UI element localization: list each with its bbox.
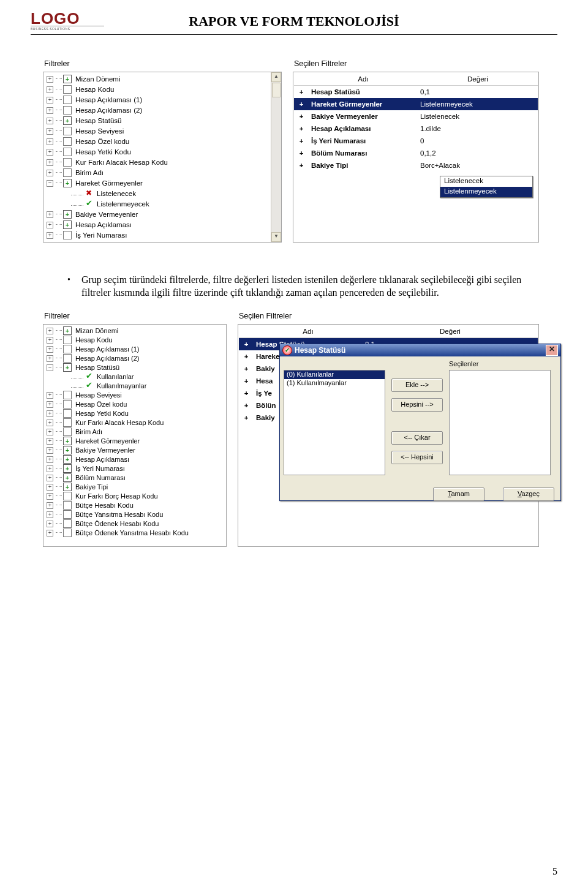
expand-icon[interactable]: + xyxy=(47,149,53,156)
tree-item[interactable]: ++Bakiye Tipi xyxy=(45,483,224,492)
expand-icon[interactable]: + xyxy=(47,170,53,176)
expand-icon[interactable]: + xyxy=(47,328,53,334)
expand-icon[interactable]: + xyxy=(47,86,53,93)
add-all-button[interactable]: Hepsini --> xyxy=(391,398,443,412)
row-expand-icon[interactable]: + xyxy=(294,135,309,147)
expand-icon[interactable]: + xyxy=(47,138,53,145)
list-item[interactable]: (1) Kullanılmayanlar xyxy=(284,379,385,388)
expand-icon[interactable]: + xyxy=(47,521,53,527)
tree-item[interactable]: −+Hareket Görmeyenler xyxy=(45,178,269,189)
tree-item[interactable]: ++Mizan Dönemi xyxy=(45,74,269,85)
available-listbox[interactable]: (0) Kullanılanlar(1) Kullanılmayanlar xyxy=(284,370,385,475)
expand-icon[interactable]: + xyxy=(47,97,53,104)
expand-icon[interactable]: + xyxy=(47,346,53,353)
table-row[interactable]: +Hesap Açıklaması1.dilde xyxy=(294,122,538,135)
tree-item[interactable]: ++Bakiye Vermeyenler xyxy=(45,209,269,220)
expand-icon[interactable]: + xyxy=(47,475,53,481)
expand-icon[interactable]: + xyxy=(47,222,53,228)
tree-item[interactable]: ++Hesap Statüsü xyxy=(45,116,269,126)
tree-item[interactable]: +.Hesap Kodu xyxy=(45,85,269,95)
row-expand-icon[interactable]: + xyxy=(239,337,254,350)
row-expand-icon[interactable]: + xyxy=(239,412,254,424)
collapse-icon[interactable]: − xyxy=(47,364,53,371)
expand-icon[interactable]: + xyxy=(47,420,53,426)
tree-item[interactable]: +.Kur Farkı Borç Hesap Kodu xyxy=(45,492,224,501)
tree-item[interactable]: +.Hesap Açıklaması (1) xyxy=(45,95,269,105)
remove-button[interactable]: <-- Çıkar xyxy=(391,431,443,445)
table-row[interactable]: +İş Yeri Numarası0 xyxy=(294,135,538,147)
table-row[interactable]: +Bakiye VermeyenlerListelenecek xyxy=(294,110,538,122)
expand-icon[interactable]: + xyxy=(47,392,53,399)
ok-button[interactable]: Tamam xyxy=(433,488,484,501)
tree-item[interactable]: +.Bütçe Ödenek Hesabı Kodu xyxy=(45,519,224,529)
expand-icon[interactable]: + xyxy=(47,107,53,114)
dialog-close-button[interactable]: ✕ xyxy=(546,345,558,356)
tree-item[interactable]: +.Hesap Kodu xyxy=(45,336,224,345)
tree-item[interactable]: +.Kur Farkı Alacak Hesap Kodu xyxy=(45,157,269,168)
row-expand-icon[interactable]: + xyxy=(294,122,309,135)
expand-icon[interactable]: + xyxy=(47,76,53,83)
tree-item[interactable]: +.Hesap Açıklaması (2) xyxy=(45,354,224,363)
cancel-button[interactable]: Vazgeç xyxy=(503,488,554,501)
table-row[interactable]: +Bölüm Numarası0,1,2 xyxy=(294,147,538,159)
tree-item[interactable]: +.Hesap Özel kodu xyxy=(45,137,269,147)
expand-icon[interactable]: + xyxy=(47,438,53,445)
tree-item[interactable]: +.Hesap Özel kodu xyxy=(45,400,224,409)
tree-item[interactable]: ++Hareket Görmeyenler xyxy=(45,437,224,446)
tree-item[interactable]: ++Hesap Açıklaması xyxy=(45,220,269,230)
expand-icon[interactable]: + xyxy=(47,401,53,408)
expand-icon[interactable]: + xyxy=(47,211,53,218)
expand-icon[interactable]: + xyxy=(47,128,53,135)
tree-item[interactable]: ✔Kullanılmayanlar xyxy=(45,382,224,391)
row-expand-icon[interactable]: + xyxy=(294,159,309,171)
expand-icon[interactable]: + xyxy=(47,484,53,491)
expand-icon[interactable]: + xyxy=(47,447,53,454)
expand-icon[interactable]: + xyxy=(47,118,53,124)
dropdown-option[interactable]: Listelenecek xyxy=(440,176,532,187)
list-item[interactable]: (0) Kullanılanlar xyxy=(284,371,385,379)
tree-item[interactable]: +.Hesap Açıklaması (1) xyxy=(45,345,224,354)
tree-item[interactable]: ++Bakiye Vermeyenler xyxy=(45,446,224,455)
expand-icon[interactable]: + xyxy=(47,493,53,500)
tree-item[interactable]: −+Hesap Statüsü xyxy=(45,363,224,372)
selected-listbox[interactable] xyxy=(449,370,551,475)
row-expand-icon[interactable]: + xyxy=(239,350,254,363)
tree-item[interactable]: ✔Listelenmeyecek xyxy=(45,199,269,209)
filter-tree[interactable]: ++Mizan Dönemi+.Hesap Kodu+.Hesap Açıkla… xyxy=(44,325,225,539)
expand-icon[interactable]: + xyxy=(47,456,53,463)
dialog-titlebar[interactable]: ✓ Hesap Statüsü ✕ xyxy=(280,344,560,356)
tree-item[interactable]: +.Hesap Yetki Kodu xyxy=(45,147,269,157)
value-dropdown[interactable]: Listelenecek Listelenmeyecek xyxy=(440,176,533,198)
tree-item[interactable]: ✖Listelenecek xyxy=(45,189,269,199)
dropdown-option-selected[interactable]: Listelenmeyecek xyxy=(440,187,532,197)
tree-item[interactable]: +.Hesap Açıklaması (2) xyxy=(45,105,269,116)
add-button[interactable]: Ekle --> xyxy=(391,378,443,392)
expand-icon[interactable]: + xyxy=(47,159,53,166)
tree-item[interactable]: +.Bütçe Ödenek Yansıtma Hesabı Kodu xyxy=(45,529,224,538)
collapse-icon[interactable]: − xyxy=(47,180,53,187)
filter-tree[interactable]: ++Mizan Dönemi+.Hesap Kodu+.Hesap Açıkla… xyxy=(44,73,270,242)
scrollbar[interactable]: ▲ ▼ xyxy=(271,72,281,242)
expand-icon[interactable]: + xyxy=(47,530,53,536)
row-expand-icon[interactable]: + xyxy=(294,98,309,110)
scroll-down-button[interactable]: ▼ xyxy=(271,232,281,242)
table-row[interactable]: +Hareket GörmeyenlerListelenmeyecek xyxy=(294,98,538,110)
selected-filters-table[interactable]: Adı Değeri +Hesap Statüsü0,1+Hareket Gör… xyxy=(294,73,538,171)
tree-item[interactable]: +.Hesap Yetki Kodu xyxy=(45,409,224,418)
tree-item[interactable]: +.Hesap Seviyesi xyxy=(45,391,224,400)
expand-icon[interactable]: + xyxy=(47,465,53,472)
tree-item[interactable]: ++Hesap Açıklaması xyxy=(45,455,224,464)
tree-item[interactable]: +.Kur Farkı Alacak Hesap Kodu xyxy=(45,418,224,427)
expand-icon[interactable]: + xyxy=(47,337,53,344)
table-row[interactable]: +Bakiye TipiBorc+Alacak xyxy=(294,159,538,171)
row-expand-icon[interactable]: + xyxy=(294,147,309,159)
expand-icon[interactable]: + xyxy=(47,429,53,435)
scroll-thumb[interactable] xyxy=(272,83,281,97)
tree-item[interactable]: ++Bölüm Numarası xyxy=(45,473,224,483)
expand-icon[interactable]: + xyxy=(47,410,53,417)
tree-item[interactable]: +.Hesap Seviyesi xyxy=(45,126,269,137)
tree-item[interactable]: +.İş Yeri Numarası xyxy=(45,230,269,241)
tree-item[interactable]: +.Bütçe Yansıtma Hesabı Kodu xyxy=(45,510,224,519)
row-expand-icon[interactable]: + xyxy=(294,85,309,98)
expand-icon[interactable]: + xyxy=(47,511,53,518)
